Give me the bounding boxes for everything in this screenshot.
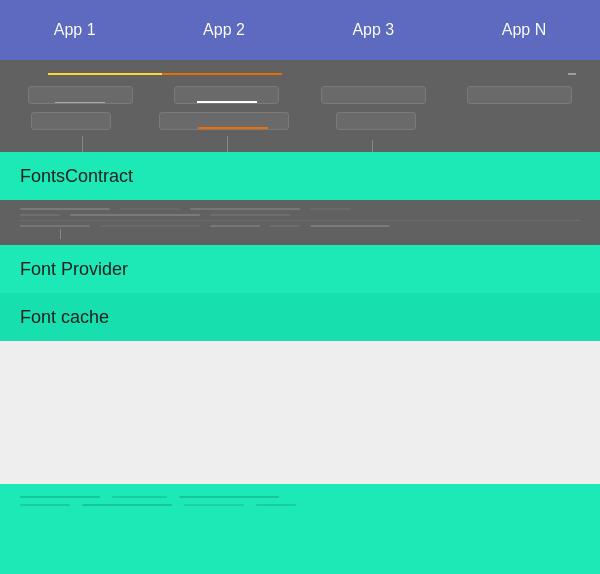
app-tab-1[interactable]: App 1 [38,13,112,47]
apps-internal-section [0,60,600,152]
app-tabs-bar: App 1 App 2 App 3 App N [0,0,600,60]
fonts-contract-section: FontsContract [0,152,600,200]
app3-box [321,86,426,104]
spacer [464,112,569,130]
app1-box [28,86,133,104]
middle-gray-section [0,200,600,245]
app-tab-2[interactable]: App 2 [187,13,261,47]
app3-box2 [336,112,416,130]
app-tab-3[interactable]: App 3 [336,13,410,47]
font-provider-label: Font Provider [20,245,128,294]
font-cache-section: Font cache [0,293,600,341]
app1-box2 [31,112,111,130]
font-provider-section: Font Provider [0,245,600,293]
app-tab-n[interactable]: App N [486,13,562,47]
bottom-teal-area [0,484,600,574]
app2-box2 [159,112,289,130]
app2-box [174,86,279,104]
font-cache-label: Font cache [20,293,109,342]
appn-box [467,86,572,104]
main-container: App 1 App 2 App 3 App N [0,0,600,574]
fonts-contract-label: FontsContract [20,152,133,201]
